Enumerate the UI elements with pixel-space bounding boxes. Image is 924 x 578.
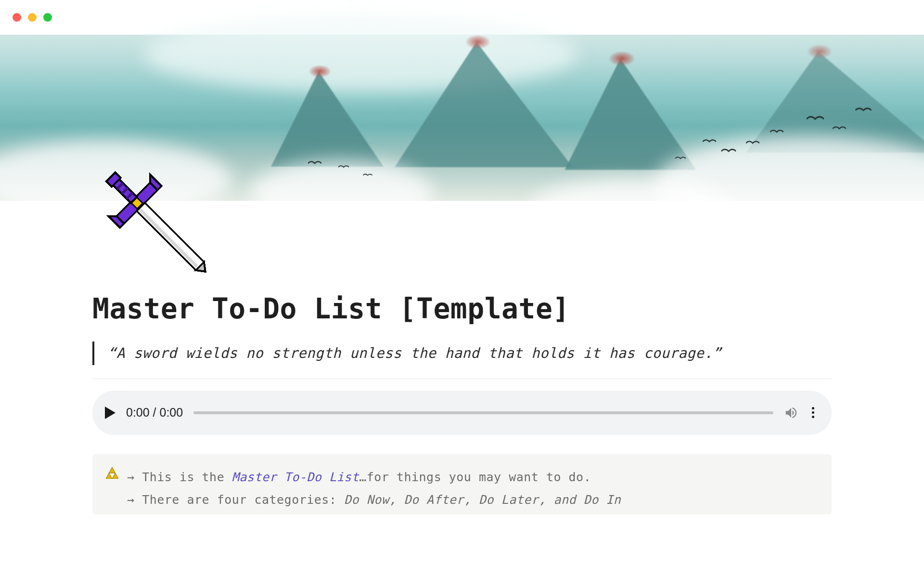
traffic-light-zoom[interactable] [43, 13, 52, 22]
bird-icon [703, 138, 716, 145]
bird-icon [833, 125, 846, 132]
divider [92, 379, 832, 379]
svg-rect-1 [137, 207, 198, 267]
cover-image[interactable] [0, 35, 924, 201]
svg-marker-14 [112, 473, 118, 479]
bird-icon [675, 156, 686, 161]
audio-time: 0:00 / 0:00 [126, 406, 183, 420]
quote-block[interactable]: “A sword wields no strength unless the h… [92, 342, 832, 365]
cover-fog [529, 179, 732, 237]
callout-line: → This is the Master To-Do List…for thin… [127, 466, 621, 489]
audio-player[interactable]: 0:00 / 0:00 [92, 391, 832, 435]
bird-icon [855, 106, 872, 115]
cover-mountain [271, 71, 384, 167]
traffic-light-close[interactable] [13, 13, 21, 22]
cover-mountain [395, 42, 573, 167]
callout-emphasis: Master To-Do List [232, 470, 359, 484]
volume-icon[interactable] [784, 406, 798, 420]
bird-icon [746, 140, 759, 146]
svg-marker-12 [109, 467, 116, 473]
bird-icon [770, 129, 783, 135]
cover-mountain [565, 59, 696, 170]
triforce-icon [106, 466, 118, 512]
audio-progress-track[interactable] [193, 411, 773, 414]
bird-icon [338, 164, 349, 170]
info-callout[interactable]: → This is the Master To-Do List…for thin… [92, 454, 832, 514]
quote-text: “A sword wields no strength unless the h… [108, 342, 832, 364]
page-title[interactable]: Master To-Do List [Template] [92, 292, 832, 325]
traffic-light-minimize[interactable] [28, 13, 37, 22]
page-icon-sword[interactable] [96, 160, 217, 285]
bird-icon [721, 147, 736, 155]
audio-current-time: 0:00 [126, 406, 150, 419]
cover-fog [250, 160, 433, 227]
callout-body: → This is the Master To-Do List…for thin… [127, 466, 621, 512]
bird-icon [363, 173, 372, 178]
bird-icon [807, 115, 824, 123]
play-button[interactable] [105, 407, 116, 419]
svg-rect-0 [135, 201, 204, 270]
arrow-icon: → [127, 493, 135, 507]
svg-marker-13 [106, 473, 112, 479]
bird-icon [308, 160, 321, 167]
callout-emphasis: Do Now, Do After, Do Later, and Do In [344, 493, 621, 507]
arrow-icon: → [127, 470, 135, 484]
audio-more-menu[interactable] [809, 404, 817, 421]
callout-line: → There are four categories: Do Now, Do … [127, 488, 621, 512]
audio-duration: 0:00 [160, 406, 183, 419]
